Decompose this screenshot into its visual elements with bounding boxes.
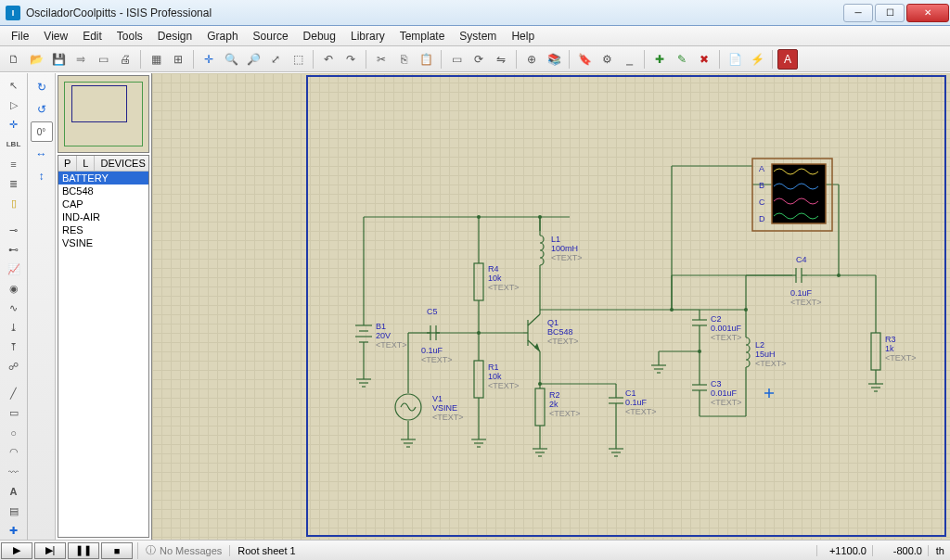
component-c4[interactable]: C4 0.1uF <TEXT> <box>790 255 822 307</box>
component-v1[interactable]: V1 VSINE <TEXT> <box>395 394 464 422</box>
menu-help[interactable]: Help <box>504 28 542 45</box>
menu-file[interactable]: File <box>4 28 36 45</box>
arc-mode-icon[interactable]: ◠ <box>4 443 24 461</box>
device-list[interactable]: BATTERY BC548 CAP IND-AIR RES VSINE <box>58 172 148 537</box>
tb-origin-icon[interactable]: ✛ <box>199 49 219 70</box>
tb-rotate-icon[interactable]: ⟳ <box>469 49 489 70</box>
device-header-p[interactable]: P <box>58 156 77 171</box>
tb-gridconf-icon[interactable]: ⊞ <box>168 49 188 70</box>
tb-pick-icon[interactable]: ⊕ <box>521 49 542 70</box>
menu-template[interactable]: Template <box>392 28 453 45</box>
tb-zoom-in-icon[interactable]: 🔍 <box>221 49 241 70</box>
generator-mode-icon[interactable]: ∿ <box>4 299 24 317</box>
pin-mode-icon[interactable]: ⊷ <box>4 241 24 259</box>
tb-grid-icon[interactable]: ▦ <box>146 49 166 70</box>
device-item[interactable]: IND-AIR <box>58 210 148 223</box>
tb-open-icon[interactable]: 📂 <box>26 49 46 70</box>
tb-new-icon[interactable]: 🗋 <box>4 49 24 70</box>
circle-mode-icon[interactable]: ○ <box>4 424 24 441</box>
mirror-h-icon[interactable]: ↔ <box>32 144 52 164</box>
step-button[interactable]: ▶| <box>34 542 66 559</box>
tb-lib-icon[interactable]: 📚 <box>544 49 564 70</box>
tb-bom-icon[interactable]: 📄 <box>725 49 745 70</box>
probe-v-icon[interactable]: ⤓ <box>4 319 24 337</box>
tb-wire-icon[interactable]: ⎯ <box>619 49 639 70</box>
junction-mode-icon[interactable]: ✛ <box>4 116 24 134</box>
device-item[interactable]: VSINE <box>58 236 148 249</box>
menu-debug[interactable]: Debug <box>296 28 343 45</box>
play-button[interactable]: ▶ <box>1 542 32 559</box>
component-r4[interactable]: R4 10k <TEXT> <box>474 263 520 300</box>
menu-view[interactable]: View <box>36 28 75 45</box>
device-item[interactable]: BATTERY <box>58 172 148 185</box>
label-mode-icon[interactable]: LBL <box>4 135 24 153</box>
component-l2[interactable]: L2 15uH <TEXT> <box>746 337 787 375</box>
selection-mode-icon[interactable]: ↖ <box>4 77 24 95</box>
maximize-button[interactable]: ☐ <box>875 4 905 22</box>
probe-i-icon[interactable]: ⤒ <box>4 338 24 356</box>
tb-print-icon[interactable]: 🖨 <box>115 49 135 70</box>
device-item[interactable]: RES <box>58 223 148 236</box>
tb-erc-icon[interactable]: ⚡ <box>747 49 767 70</box>
tb-save-icon[interactable]: 💾 <box>48 49 69 70</box>
tb-ares-icon[interactable]: A <box>777 49 798 70</box>
component-r3[interactable]: R3 1k <TEXT> <box>871 333 917 370</box>
text-mode-icon[interactable]: ≡ <box>4 155 24 172</box>
pause-button[interactable]: ❚❚ <box>68 542 99 559</box>
component-r2[interactable]: R2 2k <TEXT> <box>535 388 581 426</box>
tb-zoom-out-icon[interactable]: 🔎 <box>243 49 263 70</box>
tb-mirror-icon[interactable]: ⇋ <box>491 49 511 70</box>
tb-delete-icon[interactable]: ✖ <box>694 49 714 70</box>
component-l1[interactable]: L1 100mH <TEXT> <box>540 235 583 268</box>
overview-window[interactable] <box>58 75 149 153</box>
menu-edit[interactable]: Edit <box>75 28 109 45</box>
tb-cut-icon[interactable]: ✂ <box>371 49 392 70</box>
mirror-v-icon[interactable]: ↕ <box>32 166 52 186</box>
tb-import-icon[interactable]: ⥤ <box>71 49 91 70</box>
instrument-mode-icon[interactable]: ☍ <box>4 358 24 375</box>
component-r1[interactable]: R1 10k <TEXT> <box>474 361 520 398</box>
tb-zoom-area-icon[interactable]: ⬚ <box>288 49 308 70</box>
device-header-l[interactable]: L <box>77 156 95 171</box>
minimize-button[interactable]: ─ <box>843 4 873 22</box>
stop-button[interactable]: ■ <box>101 542 133 559</box>
tb-zoom-fit-icon[interactable]: ⤢ <box>265 49 286 70</box>
graph-mode-icon[interactable]: 📈 <box>4 261 24 278</box>
tb-redo-icon[interactable]: ↷ <box>340 49 361 70</box>
rotate-cw-icon[interactable]: ↻ <box>32 77 52 97</box>
menu-graph[interactable]: Graph <box>199 28 245 45</box>
tb-label-icon[interactable]: 🔖 <box>574 49 595 70</box>
tb-add-sheet-icon[interactable]: ✚ <box>649 49 670 70</box>
tb-decompose-icon[interactable]: ⚙ <box>597 49 617 70</box>
terminal-mode-icon[interactable]: ⊸ <box>4 221 24 238</box>
tape-mode-icon[interactable]: ◉ <box>4 280 24 298</box>
menu-tools[interactable]: Tools <box>109 28 150 45</box>
menu-system[interactable]: System <box>452 28 504 45</box>
rotate-ccw-icon[interactable]: ↺ <box>32 99 52 120</box>
component-mode-icon[interactable]: ▷ <box>4 96 24 114</box>
angle-input[interactable] <box>31 121 53 142</box>
line-mode-icon[interactable]: ╱ <box>4 385 24 402</box>
symbol-mode-icon[interactable]: ▤ <box>4 503 24 520</box>
instrument-oscilloscope[interactable]: A B C D <box>752 159 832 231</box>
subcircuit-mode-icon[interactable]: ▯ <box>4 195 24 212</box>
tb-block-icon[interactable]: ▭ <box>446 49 467 70</box>
menu-design[interactable]: Design <box>150 28 199 45</box>
close-button[interactable]: ✕ <box>906 4 949 22</box>
tb-copy-icon[interactable]: ⎘ <box>393 49 414 70</box>
component-b1[interactable]: B1 20V <TEXT> <box>355 319 407 351</box>
menu-source[interactable]: Source <box>246 28 296 45</box>
device-item[interactable]: BC548 <box>58 185 148 197</box>
component-q1[interactable]: Q1 BC548 <TEXT> <box>523 310 579 351</box>
tb-undo-icon[interactable]: ↶ <box>318 49 339 70</box>
box-mode-icon[interactable]: ▭ <box>4 404 24 422</box>
tb-paste-icon[interactable]: 📋 <box>416 49 436 70</box>
text2-mode-icon[interactable]: A <box>4 483 24 501</box>
messages-area[interactable]: ⓘ No Messages <box>142 543 222 557</box>
menu-library[interactable]: Library <box>343 28 392 45</box>
schematic-canvas[interactable]: B1 20V <TEXT> V1 VSINE <TEXT> <box>152 73 950 540</box>
bus-mode-icon[interactable]: ≣ <box>4 175 24 193</box>
marker-mode-icon[interactable]: ✚ <box>4 522 24 540</box>
tb-page-icon[interactable]: ▭ <box>93 49 113 70</box>
tb-rename-icon[interactable]: ✎ <box>672 49 692 70</box>
